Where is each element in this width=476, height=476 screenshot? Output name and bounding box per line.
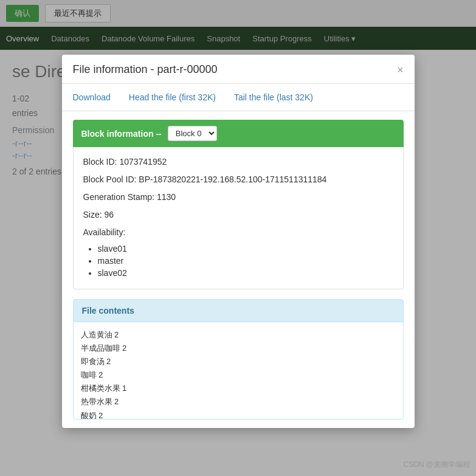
block-info-content: Block ID: 1073741952 Block Pool ID: BP-1… [73,147,404,289]
size: Size: 96 [83,209,393,221]
modal-links: Download Head the file (first 32K) Tail … [62,84,415,111]
block-info-header: Block information -- Block 0 [73,120,404,147]
file-contents-header: File contents [73,299,404,322]
file-line-2: 半成品咖啡 2 [81,342,396,355]
generation-stamp: Generation Stamp: 1130 [83,191,393,204]
modal-overlay: File information - part-r-00000 × Downlo… [0,0,476,476]
file-line-1: 人造黄油 2 [81,328,396,342]
node-master: master [98,256,393,266]
file-info-modal: File information - part-r-00000 × Downlo… [62,55,415,428]
block-pool-id: Block Pool ID: BP-1873820221-192.168.52.… [83,173,393,186]
file-line-4: 咖啡 2 [81,368,396,382]
modal-body: Block information -- Block 0 Block ID: 1… [62,111,415,428]
block-info-label: Block information -- [81,129,162,139]
node-slave02: slave02 [98,268,393,278]
tail-file-link[interactable]: Tail the file (last 32K) [234,92,313,102]
modal-title: File information - part-r-00000 [73,63,218,76]
block-id: Block ID: 1073741952 [83,156,393,168]
node-slave01: slave01 [98,244,393,254]
file-line-6: 热带水果 2 [81,395,396,409]
modal-close-button[interactable]: × [397,64,404,75]
modal-header: File information - part-r-00000 × [62,55,415,84]
download-link[interactable]: Download [73,92,111,102]
availability-label: Availability: [83,226,393,239]
file-contents-body[interactable]: 人造黄油 2 半成品咖啡 2 即食汤 2 咖啡 2 柑橘类水果 1 热带水果 2… [73,322,404,419]
availability-list: slave01 master slave02 [83,244,393,278]
file-line-3: 即食汤 2 [81,355,396,368]
block-select[interactable]: Block 0 [168,126,217,141]
file-line-5: 柑橘类水果 1 [81,382,396,395]
head-file-link[interactable]: Head the file (first 32K) [129,92,216,102]
watermark: CSDN @麦嗍学编程 [403,460,470,470]
file-line-7: 酸奶 2 [81,409,396,419]
